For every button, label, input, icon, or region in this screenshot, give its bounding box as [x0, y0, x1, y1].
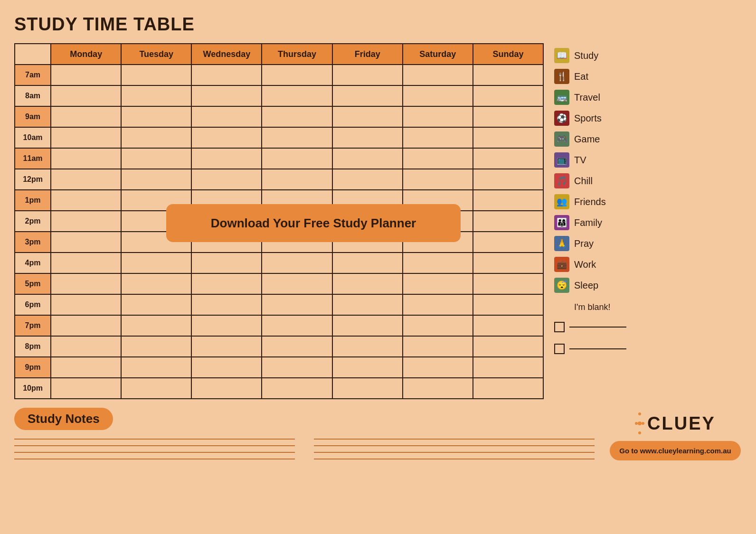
blank-checkbox-1[interactable]	[554, 322, 565, 332]
table-cell[interactable]	[191, 65, 262, 85]
table-cell[interactable]	[403, 273, 473, 294]
table-cell[interactable]	[332, 106, 403, 127]
table-cell[interactable]	[121, 294, 191, 315]
table-cell[interactable]	[51, 273, 121, 294]
table-cell[interactable]	[403, 378, 473, 399]
table-cell[interactable]	[473, 169, 543, 190]
table-cell[interactable]	[121, 169, 191, 190]
table-cell[interactable]	[332, 253, 403, 273]
table-cell[interactable]	[191, 253, 262, 273]
table-cell[interactable]	[262, 253, 332, 273]
table-cell[interactable]	[473, 211, 543, 232]
table-cell[interactable]	[51, 378, 121, 399]
table-cell[interactable]	[473, 273, 543, 294]
table-cell[interactable]	[51, 127, 121, 148]
table-cell[interactable]	[262, 148, 332, 169]
table-cell[interactable]	[473, 336, 543, 357]
table-cell[interactable]	[191, 315, 262, 336]
table-cell[interactable]	[51, 232, 121, 253]
table-cell[interactable]	[473, 294, 543, 315]
table-cell[interactable]	[403, 169, 473, 190]
table-cell[interactable]	[332, 85, 403, 106]
table-cell[interactable]	[51, 106, 121, 127]
table-cell[interactable]	[262, 378, 332, 399]
table-cell[interactable]	[473, 106, 543, 127]
table-cell[interactable]	[473, 357, 543, 378]
table-cell[interactable]	[403, 65, 473, 85]
table-cell[interactable]	[262, 336, 332, 357]
table-cell[interactable]	[51, 65, 121, 85]
table-cell[interactable]	[403, 253, 473, 273]
table-cell[interactable]	[403, 148, 473, 169]
table-cell[interactable]	[191, 336, 262, 357]
table-cell[interactable]	[51, 253, 121, 273]
table-cell[interactable]	[403, 336, 473, 357]
download-overlay[interactable]: Download Your Free Study Planner	[166, 204, 461, 242]
table-cell[interactable]	[332, 357, 403, 378]
table-cell[interactable]	[262, 273, 332, 294]
table-cell[interactable]	[262, 357, 332, 378]
table-cell[interactable]	[473, 253, 543, 273]
table-cell[interactable]	[191, 169, 262, 190]
table-cell[interactable]	[403, 357, 473, 378]
table-cell[interactable]	[51, 294, 121, 315]
table-cell[interactable]	[262, 65, 332, 85]
table-cell[interactable]	[191, 378, 262, 399]
table-cell[interactable]	[473, 127, 543, 148]
table-cell[interactable]	[191, 85, 262, 106]
table-cell[interactable]	[403, 315, 473, 336]
table-cell[interactable]	[121, 273, 191, 294]
table-cell[interactable]	[51, 85, 121, 106]
table-cell[interactable]	[473, 378, 543, 399]
cluey-website-button[interactable]: Go to www.clueylearning.com.au	[610, 441, 740, 460]
table-cell[interactable]	[121, 253, 191, 273]
table-cell[interactable]	[121, 148, 191, 169]
table-cell[interactable]	[403, 127, 473, 148]
table-cell[interactable]	[51, 190, 121, 211]
table-cell[interactable]	[121, 127, 191, 148]
blank-checkbox-2[interactable]	[554, 344, 565, 354]
table-cell[interactable]	[121, 336, 191, 357]
table-cell[interactable]	[51, 315, 121, 336]
table-cell[interactable]	[262, 85, 332, 106]
table-cell[interactable]	[332, 127, 403, 148]
table-cell[interactable]	[332, 294, 403, 315]
table-cell[interactable]	[121, 65, 191, 85]
table-cell[interactable]	[262, 315, 332, 336]
table-cell[interactable]	[473, 232, 543, 253]
table-cell[interactable]	[332, 65, 403, 85]
table-cell[interactable]	[191, 148, 262, 169]
table-cell[interactable]	[121, 357, 191, 378]
table-cell[interactable]	[403, 85, 473, 106]
table-cell[interactable]	[473, 315, 543, 336]
table-cell[interactable]	[51, 211, 121, 232]
table-cell[interactable]	[332, 148, 403, 169]
table-cell[interactable]	[191, 273, 262, 294]
table-cell[interactable]	[403, 294, 473, 315]
table-cell[interactable]	[191, 127, 262, 148]
table-cell[interactable]	[332, 169, 403, 190]
table-cell[interactable]	[191, 294, 262, 315]
table-cell[interactable]	[262, 127, 332, 148]
table-cell[interactable]	[51, 336, 121, 357]
table-cell[interactable]	[332, 378, 403, 399]
table-cell[interactable]	[121, 85, 191, 106]
table-cell[interactable]	[473, 85, 543, 106]
table-cell[interactable]	[262, 169, 332, 190]
table-cell[interactable]	[121, 378, 191, 399]
table-cell[interactable]	[191, 357, 262, 378]
table-cell[interactable]	[473, 190, 543, 211]
table-cell[interactable]	[332, 273, 403, 294]
table-cell[interactable]	[262, 294, 332, 315]
table-cell[interactable]	[51, 169, 121, 190]
table-cell[interactable]	[473, 148, 543, 169]
table-cell[interactable]	[332, 315, 403, 336]
table-cell[interactable]	[121, 106, 191, 127]
table-cell[interactable]	[51, 148, 121, 169]
table-cell[interactable]	[191, 106, 262, 127]
table-cell[interactable]	[403, 106, 473, 127]
table-cell[interactable]	[262, 106, 332, 127]
table-cell[interactable]	[51, 357, 121, 378]
table-cell[interactable]	[332, 336, 403, 357]
table-cell[interactable]	[473, 65, 543, 85]
